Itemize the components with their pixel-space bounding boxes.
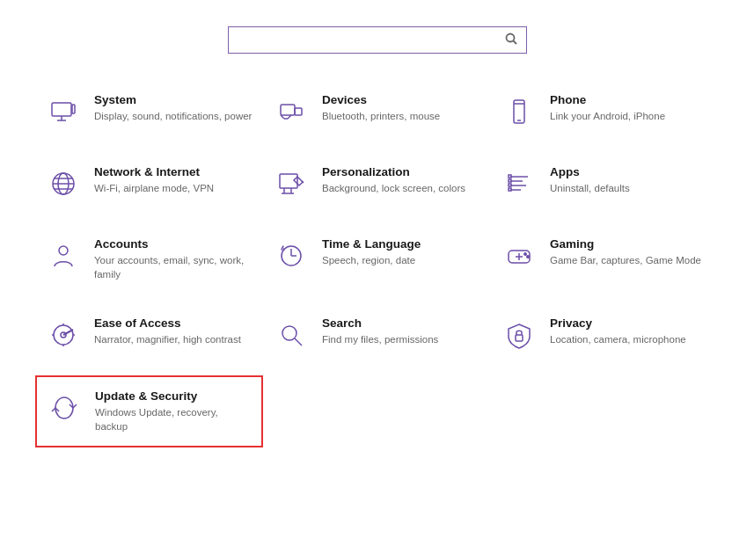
tile-title-time: Time & Language — [322, 237, 421, 251]
search-input[interactable] — [238, 33, 505, 47]
tile-text-network: Network & Internet Wi-Fi, airplane mode,… — [94, 165, 214, 195]
svg-rect-2 — [52, 103, 71, 116]
svg-point-41 — [527, 256, 529, 258]
tile-gaming[interactable]: Gaming Game Bar, captures, Game Mode — [491, 224, 719, 295]
tile-text-personalization: Personalization Background, lock screen,… — [322, 165, 465, 195]
tile-desc-network: Wi-Fi, airplane mode, VPN — [94, 181, 214, 195]
tile-title-search: Search — [322, 316, 438, 330]
svg-text:A: A — [282, 247, 285, 251]
apps-icon — [501, 165, 538, 202]
tile-title-system: System — [94, 93, 252, 106]
svg-rect-50 — [516, 335, 523, 341]
tile-network[interactable]: Network & Internet Wi-Fi, airplane mode,… — [35, 152, 263, 215]
network-icon — [45, 165, 82, 202]
tile-time[interactable]: A Time & Language Speech, region, date — [263, 224, 491, 295]
svg-rect-31 — [509, 188, 511, 191]
accounts-icon — [45, 237, 82, 274]
tile-desc-time: Speech, region, date — [322, 253, 421, 267]
tile-personalization[interactable]: Personalization Background, lock screen,… — [263, 152, 491, 215]
tile-text-phone: Phone Link your Android, iPhone — [550, 93, 665, 123]
tile-privacy[interactable]: Privacy Location, camera, microphone — [491, 303, 719, 367]
tile-desc-gaming: Game Bar, captures, Game Mode — [550, 253, 701, 267]
svg-rect-7 — [295, 108, 302, 115]
svg-line-49 — [295, 338, 302, 345]
tile-apps[interactable]: Apps Uninstall, defaults — [491, 152, 719, 215]
tile-title-update: Update & Security — [95, 389, 253, 403]
search-icon — [505, 33, 517, 47]
tile-title-privacy: Privacy — [550, 316, 686, 330]
tile-text-time: Time & Language Speech, region, date — [322, 237, 421, 267]
tile-text-gaming: Gaming Game Bar, captures, Game Mode — [550, 237, 701, 267]
svg-rect-29 — [509, 179, 511, 182]
system-icon — [45, 93, 82, 130]
tile-title-ease: Ease of Access — [94, 316, 241, 330]
tile-title-phone: Phone — [550, 93, 665, 106]
tile-desc-system: Display, sound, notifications, power — [94, 109, 252, 123]
tile-desc-accounts: Your accounts, email, sync, work, family — [94, 253, 253, 281]
ease-icon — [45, 316, 82, 353]
phone-icon — [501, 93, 538, 130]
tile-search[interactable]: Search Find my files, permissions — [263, 303, 491, 367]
tile-desc-update: Windows Update, recovery, backup — [95, 405, 253, 433]
svg-rect-6 — [281, 105, 295, 115]
search-bar-container — [0, 0, 754, 71]
svg-point-40 — [524, 253, 526, 255]
tile-desc-phone: Link your Android, iPhone — [550, 109, 665, 123]
time-icon: A — [273, 237, 310, 274]
svg-point-32 — [59, 246, 68, 255]
tile-ease[interactable]: Ease of Access Narrator, magnifier, high… — [35, 303, 263, 367]
tile-desc-ease: Narrator, magnifier, high contrast — [94, 332, 241, 346]
tile-text-update: Update & Security Windows Update, recove… — [95, 389, 253, 433]
svg-rect-28 — [509, 175, 511, 178]
tile-desc-search: Find my files, permissions — [322, 332, 438, 346]
tile-text-privacy: Privacy Location, camera, microphone — [550, 316, 686, 346]
tile-update[interactable]: Update & Security Windows Update, recove… — [35, 375, 263, 447]
tile-desc-personalization: Background, lock screen, colors — [322, 181, 465, 195]
svg-line-1 — [513, 41, 516, 45]
tile-desc-devices: Bluetooth, printers, mouse — [322, 109, 440, 123]
tile-devices[interactable]: Devices Bluetooth, printers, mouse — [263, 80, 491, 143]
tile-title-gaming: Gaming — [550, 237, 701, 251]
tile-phone[interactable]: Phone Link your Android, iPhone — [491, 80, 719, 143]
settings-grid: System Display, sound, notifications, po… — [0, 71, 754, 456]
tile-system[interactable]: System Display, sound, notifications, po… — [35, 80, 263, 143]
tile-desc-privacy: Location, camera, microphone — [550, 332, 686, 346]
tile-title-accounts: Accounts — [94, 237, 253, 251]
tile-title-devices: Devices — [322, 93, 440, 106]
tile-desc-apps: Uninstall, defaults — [550, 181, 630, 195]
search-bar[interactable] — [228, 26, 527, 54]
privacy-icon — [501, 316, 538, 353]
gaming-icon — [501, 237, 538, 274]
personalization-icon — [273, 165, 310, 202]
tile-accounts[interactable]: Accounts Your accounts, email, sync, wor… — [35, 224, 263, 295]
svg-point-48 — [282, 326, 296, 340]
tile-text-search: Search Find my files, permissions — [322, 316, 438, 346]
svg-rect-5 — [72, 105, 75, 113]
devices-icon — [273, 93, 310, 130]
tile-text-system: System Display, sound, notifications, po… — [94, 93, 252, 123]
svg-point-0 — [506, 34, 514, 42]
update-icon — [46, 389, 83, 426]
tile-title-apps: Apps — [550, 165, 630, 178]
search-icon — [273, 316, 310, 353]
tile-text-accounts: Accounts Your accounts, email, sync, wor… — [94, 237, 253, 281]
tile-title-network: Network & Internet — [94, 165, 214, 178]
tile-title-personalization: Personalization — [322, 165, 465, 178]
tile-text-devices: Devices Bluetooth, printers, mouse — [322, 93, 440, 123]
tile-text-ease: Ease of Access Narrator, magnifier, high… — [94, 316, 241, 346]
svg-rect-30 — [509, 184, 511, 186]
tile-text-apps: Apps Uninstall, defaults — [550, 165, 630, 195]
